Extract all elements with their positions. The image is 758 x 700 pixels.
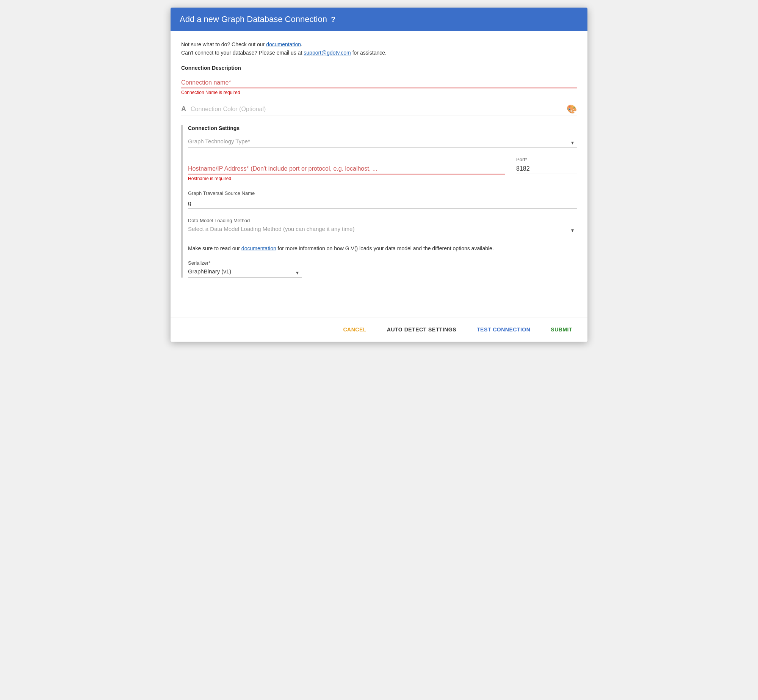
info-line1-suffix: . bbox=[301, 41, 302, 47]
traversal-source-label: Graph Traversal Source Name bbox=[188, 190, 577, 196]
connection-color-input[interactable] bbox=[191, 106, 567, 113]
cancel-button[interactable]: CANCEL bbox=[339, 323, 371, 336]
data-model-select-wrapper: Select a Data Model Loading Method (you … bbox=[188, 226, 577, 235]
serializer-group: Serializer* GraphBinary (v1) GraphSON (v… bbox=[188, 260, 577, 278]
hostname-port-group: Port* Port* Hostname is required bbox=[188, 157, 577, 181]
info-line1-prefix: Not sure what to do? Check out our bbox=[181, 41, 266, 47]
submit-button[interactable]: SUBMIT bbox=[546, 323, 577, 336]
connection-settings-section: Connection Settings Graph Technology Typ… bbox=[181, 125, 577, 278]
dialog-header: Add a new Graph Database Connection ? bbox=[171, 8, 587, 31]
data-model-info-suffix: for more information on how G.V() loads … bbox=[276, 245, 494, 251]
port-label: Port* bbox=[516, 157, 577, 162]
connection-color-group: A 🎨 bbox=[181, 104, 577, 116]
connection-description-label: Connection Description bbox=[181, 65, 577, 71]
port-input[interactable] bbox=[516, 164, 577, 174]
hostname-input[interactable] bbox=[188, 164, 505, 174]
traversal-source-group: Graph Traversal Source Name bbox=[188, 190, 577, 209]
serializer-label: Serializer* bbox=[188, 260, 577, 266]
traversal-source-input[interactable] bbox=[188, 198, 577, 209]
hostname-error: Hostname is required bbox=[188, 176, 577, 181]
info-line2-suffix: for assistance. bbox=[351, 50, 387, 56]
hostname-group: Port* bbox=[188, 157, 505, 174]
palette-icon[interactable]: 🎨 bbox=[567, 104, 577, 114]
connection-name-input[interactable] bbox=[181, 78, 577, 88]
connection-name-group: Connection Name is required bbox=[181, 78, 577, 95]
graph-technology-group: Graph Technology Type* ▾ bbox=[188, 138, 577, 148]
data-model-label: Data Model Loading Method bbox=[188, 218, 577, 223]
dialog: Add a new Graph Database Connection ? No… bbox=[171, 8, 587, 342]
graph-technology-select-wrapper: Graph Technology Type* ▾ bbox=[188, 138, 577, 148]
info-line2-prefix: Can't connect to your database? Please e… bbox=[181, 50, 304, 56]
docs-link-1[interactable]: documentation bbox=[266, 41, 301, 47]
dialog-body: Not sure what to do? Check out our docum… bbox=[171, 31, 587, 317]
test-connection-button[interactable]: TEST CONNECTION bbox=[472, 323, 535, 336]
serializer-select[interactable]: GraphBinary (v1) GraphSON (v1) GraphSON … bbox=[188, 268, 302, 275]
connection-settings-label: Connection Settings bbox=[188, 125, 577, 131]
dialog-title: Add a new Graph Database Connection bbox=[180, 14, 327, 24]
graph-technology-select[interactable]: Graph Technology Type* bbox=[188, 138, 577, 144]
dialog-footer: CANCEL AUTO DETECT SETTINGS TEST CONNECT… bbox=[171, 317, 587, 342]
data-model-info-prefix: Make sure to read our bbox=[188, 245, 241, 251]
auto-detect-button[interactable]: AUTO DETECT SETTINGS bbox=[382, 323, 461, 336]
color-field-letter: A bbox=[181, 105, 186, 113]
port-label-spacer: Port* bbox=[188, 157, 505, 162]
docs-link-2[interactable]: documentation bbox=[241, 245, 276, 251]
support-email-link[interactable]: support@gdotv.com bbox=[304, 50, 351, 56]
port-group: Port* bbox=[516, 157, 577, 174]
data-model-select[interactable]: Select a Data Model Loading Method (you … bbox=[188, 226, 577, 232]
hostname-port-row: Port* Port* bbox=[188, 157, 577, 174]
data-model-group: Data Model Loading Method Select a Data … bbox=[188, 218, 577, 235]
connection-name-error: Connection Name is required bbox=[181, 90, 577, 95]
serializer-select-wrapper: GraphBinary (v1) GraphSON (v1) GraphSON … bbox=[188, 268, 302, 278]
data-model-info: Make sure to read our documentation for … bbox=[188, 244, 577, 253]
info-text: Not sure what to do? Check out our docum… bbox=[181, 40, 577, 57]
help-icon[interactable]: ? bbox=[331, 15, 335, 24]
